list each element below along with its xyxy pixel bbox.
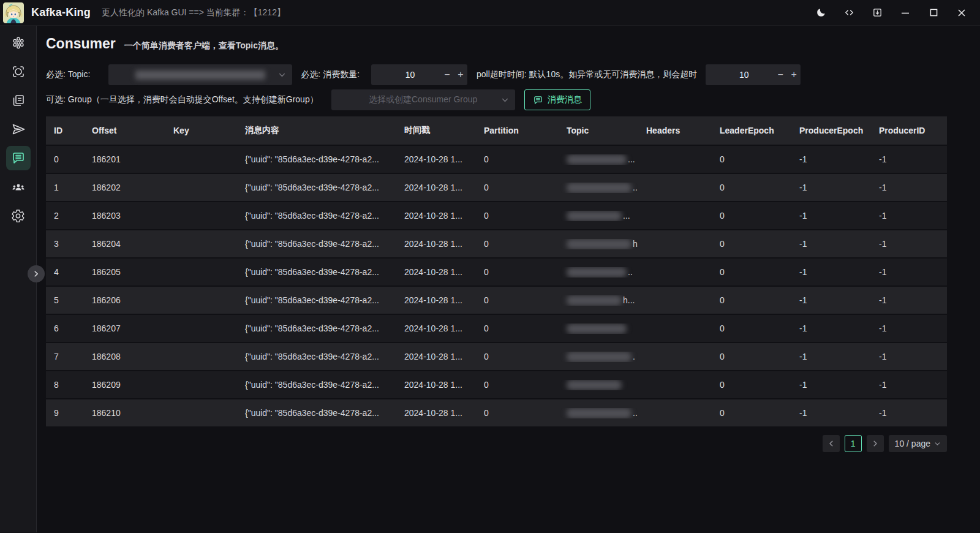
table-row[interactable]: 8 186209 {"uuid": "85d6a3ec-d39e-4278-a2… bbox=[46, 371, 947, 398]
cell-topic: .. bbox=[559, 267, 638, 278]
cell-producer-id: -1 bbox=[871, 183, 947, 192]
redacted-topic-pill bbox=[567, 183, 631, 193]
sidebar-item-settings[interactable] bbox=[6, 203, 31, 228]
sidebar-item-consumer[interactable] bbox=[6, 146, 31, 170]
cell-offset: 186202 bbox=[84, 183, 165, 192]
cell-timestamp: 2024-10-28 1... bbox=[396, 267, 476, 277]
cell-producer-id: -1 bbox=[871, 239, 947, 249]
cell-offset: 186204 bbox=[84, 239, 165, 249]
consume-messages-button[interactable]: 消费消息 bbox=[524, 89, 590, 110]
count-minus-button[interactable]: − bbox=[440, 69, 454, 80]
page-size-label: 10 / page bbox=[895, 439, 930, 448]
download-icon[interactable] bbox=[867, 4, 887, 22]
cell-id: 5 bbox=[46, 295, 84, 305]
prev-page-button[interactable] bbox=[823, 435, 840, 452]
chevron-right-icon bbox=[32, 270, 40, 278]
cell-producer-id: -1 bbox=[871, 352, 947, 361]
column-header: Key bbox=[165, 126, 237, 135]
cell-producer-epoch: -1 bbox=[791, 408, 871, 418]
topic-suffix: .. bbox=[633, 408, 638, 418]
cell-producer-epoch: -1 bbox=[791, 211, 871, 221]
send-icon bbox=[11, 122, 26, 137]
cell-topic: . bbox=[559, 352, 638, 362]
cell-topic: ... bbox=[559, 211, 638, 221]
consume-button-label: 消费消息 bbox=[548, 94, 582, 105]
poll-minus-button[interactable]: − bbox=[774, 69, 787, 80]
sidebar-item-monitor[interactable] bbox=[6, 59, 31, 84]
messages-table: IDOffsetKey消息内容时间戳PartitionTopicHeadersL… bbox=[46, 116, 947, 426]
next-page-button[interactable] bbox=[867, 435, 884, 452]
cell-id: 2 bbox=[46, 211, 84, 221]
redacted-topic-pill bbox=[567, 295, 622, 306]
topic-select[interactable] bbox=[108, 64, 292, 85]
poll-timeout-label: poll超时时间: 默认10s。如异常或无可消费消息，则会超时 bbox=[477, 69, 697, 80]
sidebar-item-groups[interactable] bbox=[6, 175, 31, 199]
chat-message-icon bbox=[11, 151, 26, 165]
chevron-down-icon bbox=[501, 96, 509, 104]
cell-topic: h... bbox=[559, 295, 638, 306]
sidebar-item-cluster[interactable] bbox=[6, 31, 31, 55]
main-content: Consumer 一个简单消费者客户端，查看Topic消息。 必选: Topic… bbox=[37, 26, 980, 532]
cell-partition: 0 bbox=[476, 352, 559, 361]
redacted-topic-pill bbox=[567, 154, 627, 165]
current-page-button[interactable]: 1 bbox=[845, 435, 862, 452]
redacted-topic-pill bbox=[567, 380, 622, 390]
titlebar: Kafka-King 更人性化的 Kafka GUI ==> 当前集群：【121… bbox=[0, 0, 980, 26]
page-title: Consumer bbox=[46, 36, 116, 52]
cell-message: {"uuid": "85d6a3ec-d39e-4278-a2... bbox=[237, 408, 396, 418]
cell-leader-epoch: 0 bbox=[712, 183, 791, 192]
cell-producer-epoch: -1 bbox=[791, 239, 871, 249]
column-header: Partition bbox=[476, 126, 559, 135]
table-row[interactable]: 1 186202 {"uuid": "85d6a3ec-d39e-4278-a2… bbox=[46, 174, 947, 201]
redacted-topic-pill bbox=[567, 211, 622, 221]
table-row[interactable]: 9 186210 {"uuid": "85d6a3ec-d39e-4278-a2… bbox=[46, 399, 947, 426]
cell-message: {"uuid": "85d6a3ec-d39e-4278-a2... bbox=[237, 154, 396, 164]
page-subtitle: 一个简单消费者客户端，查看Topic消息。 bbox=[124, 40, 284, 51]
gear-icon bbox=[11, 209, 25, 223]
table-row[interactable]: 7 186208 {"uuid": "85d6a3ec-d39e-4278-a2… bbox=[46, 343, 947, 370]
cell-message: {"uuid": "85d6a3ec-d39e-4278-a2... bbox=[237, 267, 396, 277]
cell-message: {"uuid": "85d6a3ec-d39e-4278-a2... bbox=[237, 239, 396, 249]
cell-leader-epoch: 0 bbox=[712, 239, 791, 249]
consumer-group-select[interactable]: 选择或创建Consumer Group bbox=[331, 89, 515, 110]
table-header-row: IDOffsetKey消息内容时间戳PartitionTopicHeadersL… bbox=[46, 116, 947, 145]
column-header: Topic bbox=[559, 126, 638, 135]
poll-plus-button[interactable]: + bbox=[787, 69, 801, 80]
minimize-icon[interactable] bbox=[895, 4, 915, 22]
cell-producer-epoch: -1 bbox=[791, 154, 871, 164]
poll-timeout-input[interactable]: 10 − + bbox=[706, 64, 801, 85]
close-icon[interactable] bbox=[952, 4, 971, 22]
maximize-icon[interactable] bbox=[924, 4, 943, 22]
cell-timestamp: 2024-10-28 1... bbox=[396, 295, 476, 305]
table-row[interactable]: 2 186203 {"uuid": "85d6a3ec-d39e-4278-a2… bbox=[46, 202, 947, 229]
consume-count-input[interactable]: 10 − + bbox=[371, 64, 467, 85]
cell-leader-epoch: 0 bbox=[712, 323, 791, 333]
table-row[interactable]: 5 186206 {"uuid": "85d6a3ec-d39e-4278-a2… bbox=[46, 287, 947, 314]
redacted-topic-value bbox=[135, 70, 265, 80]
page-size-select[interactable]: 10 / page bbox=[889, 435, 947, 452]
cell-offset: 186207 bbox=[84, 323, 165, 333]
cell-timestamp: 2024-10-28 1... bbox=[396, 211, 476, 221]
cell-timestamp: 2024-10-28 1... bbox=[396, 408, 476, 418]
sidebar-collapse-toggle[interactable] bbox=[28, 265, 45, 282]
table-row[interactable]: 3 186204 {"uuid": "85d6a3ec-d39e-4278-a2… bbox=[46, 230, 947, 257]
qty-label: 必选: 消费数量: bbox=[301, 69, 360, 80]
consume-count-value: 10 bbox=[371, 70, 440, 80]
cell-topic: .. bbox=[559, 408, 638, 418]
count-plus-button[interactable]: + bbox=[454, 69, 467, 80]
cell-message: {"uuid": "85d6a3ec-d39e-4278-a2... bbox=[237, 323, 396, 333]
cell-timestamp: 2024-10-28 1... bbox=[396, 239, 476, 249]
table-row[interactable]: 0 186201 {"uuid": "85d6a3ec-d39e-4278-a2… bbox=[46, 146, 947, 173]
cell-message: {"uuid": "85d6a3ec-d39e-4278-a2... bbox=[237, 352, 396, 361]
table-row[interactable]: 4 186205 {"uuid": "85d6a3ec-d39e-4278-a2… bbox=[46, 259, 947, 285]
theme-moon-icon[interactable] bbox=[811, 4, 831, 22]
sidebar-item-topics[interactable] bbox=[6, 88, 31, 113]
table-row[interactable]: 6 186207 {"uuid": "85d6a3ec-d39e-4278-a2… bbox=[46, 315, 947, 342]
cell-offset: 186209 bbox=[84, 380, 165, 390]
app-title: Kafka-King bbox=[31, 6, 91, 19]
redacted-topic-pill bbox=[567, 239, 631, 249]
sidebar-item-producer[interactable] bbox=[6, 117, 31, 142]
code-icon[interactable] bbox=[839, 4, 859, 22]
chat-bubble-icon bbox=[533, 95, 543, 105]
cell-id: 9 bbox=[46, 408, 84, 418]
